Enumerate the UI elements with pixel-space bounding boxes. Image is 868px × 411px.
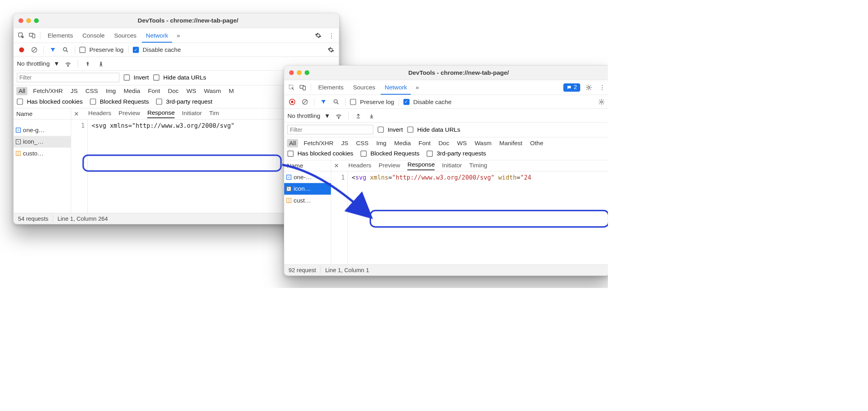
- type-doc[interactable]: Doc: [436, 139, 452, 147]
- preserve-log-toggle[interactable]: Preserve log: [79, 46, 124, 53]
- tab-console[interactable]: Console: [79, 28, 109, 43]
- close-window-button[interactable]: [289, 70, 294, 75]
- type-fetch-xhr[interactable]: Fetch/XHR: [302, 139, 336, 147]
- tab-elements[interactable]: Elements: [314, 80, 347, 95]
- type-media[interactable]: Media: [392, 139, 413, 147]
- detail-tab-timing[interactable]: Timing: [469, 161, 487, 170]
- disable-cache-toggle[interactable]: ✓Disable cache: [403, 98, 451, 105]
- kebab-menu-icon[interactable]: ⋮: [327, 30, 336, 40]
- file-row[interactable]: ≡one-g…: [13, 124, 71, 136]
- record-button[interactable]: [287, 97, 297, 106]
- detail-tab-timing[interactable]: Tim: [209, 110, 219, 118]
- third-party-toggle[interactable]: 3rd-party request: [156, 98, 212, 105]
- type-img[interactable]: Img: [374, 139, 389, 147]
- device-toolbar-icon[interactable]: [27, 30, 37, 40]
- network-settings-gear-icon[interactable]: [597, 97, 606, 106]
- network-settings-gear-icon[interactable]: [326, 45, 336, 55]
- close-detail-icon[interactable]: ✕: [334, 162, 339, 169]
- minimize-window-button[interactable]: [26, 18, 31, 23]
- detail-tab-response[interactable]: Response: [147, 109, 175, 118]
- close-detail-icon[interactable]: ✕: [74, 110, 79, 117]
- more-tabs-icon[interactable]: »: [174, 30, 183, 40]
- zoom-window-button[interactable]: [305, 70, 309, 75]
- type-css[interactable]: CSS: [83, 87, 100, 95]
- record-button[interactable]: [17, 45, 26, 55]
- detail-tab-response[interactable]: Response: [408, 161, 435, 170]
- dropdown-caret-icon[interactable]: ▼: [324, 112, 330, 119]
- download-har-icon[interactable]: [367, 111, 376, 120]
- detail-tab-initiator[interactable]: Initiator: [182, 110, 202, 118]
- more-tabs-icon[interactable]: »: [413, 83, 422, 92]
- file-row[interactable]: {}cust…: [284, 195, 331, 206]
- tab-sources[interactable]: Sources: [110, 28, 140, 43]
- type-all[interactable]: All: [287, 139, 298, 147]
- clear-button[interactable]: [30, 45, 39, 55]
- blocked-requests-toggle[interactable]: Blocked Requests: [360, 150, 419, 157]
- clear-button[interactable]: [300, 97, 310, 106]
- type-wasm[interactable]: Wasm: [202, 87, 223, 95]
- type-doc[interactable]: Doc: [166, 87, 181, 95]
- zoom-window-button[interactable]: [34, 18, 39, 23]
- disable-cache-toggle[interactable]: ✓Disable cache: [133, 46, 181, 53]
- type-font[interactable]: Font: [416, 139, 433, 147]
- filter-icon[interactable]: [48, 45, 58, 55]
- tab-network[interactable]: Network: [142, 28, 172, 43]
- type-wasm[interactable]: Wasm: [472, 139, 494, 147]
- filter-icon[interactable]: [319, 97, 328, 106]
- blocked-cookies-toggle[interactable]: Has blocked cookies: [17, 98, 83, 105]
- file-row-selected[interactable]: ✎icon_…: [13, 136, 71, 148]
- dropdown-caret-icon[interactable]: ▼: [54, 60, 60, 67]
- detail-tab-initiator[interactable]: Initiator: [442, 161, 462, 170]
- detail-tab-headers[interactable]: Headers: [88, 110, 111, 118]
- type-css[interactable]: CSS: [354, 139, 371, 147]
- type-media[interactable]: Media: [121, 87, 142, 95]
- network-conditions-icon[interactable]: [64, 59, 73, 68]
- invert-toggle[interactable]: Invert: [378, 126, 403, 133]
- hide-data-urls-toggle[interactable]: Hide data URLs: [153, 74, 206, 81]
- search-icon[interactable]: [332, 97, 341, 106]
- type-js[interactable]: JS: [339, 139, 351, 147]
- minimize-window-button[interactable]: [297, 70, 302, 75]
- network-conditions-icon[interactable]: [334, 111, 343, 120]
- third-party-toggle[interactable]: 3rd-party requests: [426, 150, 486, 157]
- inspect-element-icon[interactable]: [16, 30, 26, 40]
- type-js[interactable]: JS: [68, 87, 80, 95]
- throttling-select[interactable]: No throttling: [17, 60, 50, 67]
- tab-network[interactable]: Network: [381, 80, 411, 95]
- detail-tab-preview[interactable]: Preview: [379, 161, 400, 170]
- preserve-log-toggle[interactable]: Preserve log: [350, 98, 394, 105]
- blocked-cookies-toggle[interactable]: Has blocked cookies: [287, 150, 353, 157]
- search-icon[interactable]: [61, 45, 70, 55]
- tab-sources[interactable]: Sources: [349, 80, 379, 95]
- type-manifest[interactable]: Manifest: [497, 139, 525, 147]
- type-ws[interactable]: WS: [455, 139, 469, 147]
- type-manifest-cut[interactable]: M: [226, 87, 236, 95]
- detail-tab-preview[interactable]: Preview: [119, 110, 140, 118]
- response-body[interactable]: 1 <svg xmlns="http://www.w3.org/2000/svg…: [331, 171, 608, 264]
- close-window-button[interactable]: [19, 18, 23, 23]
- kebab-menu-icon[interactable]: ⋮: [597, 83, 607, 92]
- settings-gear-icon[interactable]: [313, 30, 323, 40]
- detail-tab-headers[interactable]: Headers: [348, 161, 371, 170]
- device-toolbar-icon[interactable]: [298, 83, 308, 92]
- upload-har-icon[interactable]: [83, 59, 92, 68]
- filter-input[interactable]: [17, 73, 119, 82]
- filter-input[interactable]: [287, 125, 373, 134]
- tab-elements[interactable]: Elements: [44, 28, 77, 43]
- download-har-icon[interactable]: [96, 59, 106, 68]
- type-fetch-xhr[interactable]: Fetch/XHR: [31, 87, 65, 95]
- settings-gear-icon[interactable]: [584, 83, 594, 92]
- type-ws[interactable]: WS: [184, 87, 198, 95]
- type-other[interactable]: Othe: [528, 139, 546, 147]
- invert-toggle[interactable]: Invert: [124, 74, 149, 81]
- blocked-requests-toggle[interactable]: Blocked Requests: [90, 98, 149, 105]
- issues-badge[interactable]: 2: [563, 83, 580, 91]
- throttling-select[interactable]: No throttling: [287, 112, 320, 119]
- type-font[interactable]: Font: [146, 87, 162, 95]
- inspect-element-icon[interactable]: [287, 83, 296, 92]
- type-all[interactable]: All: [16, 87, 27, 95]
- type-img[interactable]: Img: [104, 87, 118, 95]
- hide-data-urls-toggle[interactable]: Hide data URLs: [407, 126, 460, 133]
- file-row-selected[interactable]: ✎icon…: [284, 183, 331, 195]
- file-row[interactable]: ≡one-…: [284, 171, 331, 183]
